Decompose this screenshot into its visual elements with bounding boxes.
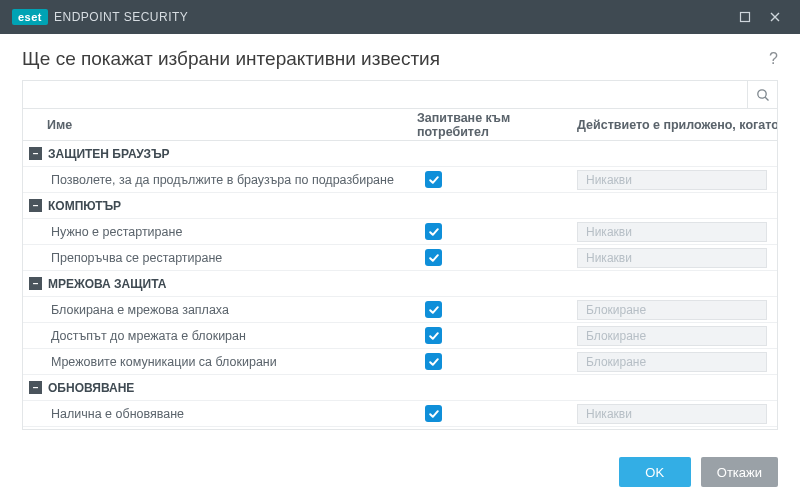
item-action-cell: Блокиране [577,300,777,320]
group-label: МРЕЖОВА ЗАЩИТА [48,277,166,291]
column-header-action[interactable]: Действието е приложено, когато н [577,118,777,132]
brand: eset ENDPOINT SECURITY [12,9,188,25]
item-row: Мрежовите комуникации са блокираниБлокир… [23,349,777,375]
column-header-name[interactable]: Име [23,118,417,132]
action-select[interactable]: Никакви [577,222,767,242]
item-row: Позволете, за да продължите в браузъра п… [23,167,777,193]
collapse-icon[interactable]: – [29,199,42,212]
group-row[interactable]: –МРЕЖОВА ЗАЩИТА [23,271,777,297]
ask-user-checkbox[interactable] [425,405,442,422]
svg-point-1 [757,89,765,97]
item-action-cell: Никакви [577,170,777,190]
item-ask-cell [417,405,577,422]
action-select[interactable]: Никакви [577,404,767,424]
item-name: Налична е обновяване [23,407,417,421]
item-ask-cell [417,171,577,188]
item-name: Блокирана е мрежова заплаха [23,303,417,317]
page-title: Ще се покажат избрани интерактивни извес… [22,48,440,70]
item-action-cell: Блокиране [577,352,777,372]
action-select[interactable]: Никакви [577,170,767,190]
footer: OK Откажи [0,444,800,500]
ask-user-checkbox[interactable] [425,327,442,344]
action-select[interactable]: Никакви [577,248,767,268]
search-row [23,81,777,109]
action-select[interactable]: Блокиране [577,326,767,346]
collapse-icon[interactable]: – [29,277,42,290]
ask-user-checkbox[interactable] [425,353,442,370]
brand-badge: eset [12,9,48,25]
ask-user-checkbox[interactable] [425,171,442,188]
collapse-icon[interactable]: – [29,381,42,394]
item-row: Достъпът до мрежата е блокиранБлокиране [23,323,777,349]
titlebar: eset ENDPOINT SECURITY [0,0,800,34]
item-row: Нужно е рестартиранеНикакви [23,219,777,245]
item-action-cell: Блокиране [577,326,777,346]
item-name: Достъпът до мрежата е блокиран [23,329,417,343]
item-ask-cell [417,301,577,318]
window-minimize-button[interactable] [730,5,760,29]
search-input[interactable] [23,81,747,108]
ok-button[interactable]: OK [619,457,691,487]
group-label: ЗАЩИТЕН БРАУЗЪР [48,147,170,161]
item-ask-cell [417,249,577,266]
item-row: Налична е обновяванеНикакви [23,401,777,427]
settings-panel: Име Запитване към потребител Действието … [22,80,778,430]
grid-body[interactable]: –ЗАЩИТЕН БРАУЗЪРПозволете, за да продълж… [23,141,777,429]
item-ask-cell [417,353,577,370]
item-ask-cell [417,223,577,240]
cancel-button[interactable]: Откажи [701,457,778,487]
ask-user-checkbox[interactable] [425,223,442,240]
item-action-cell: Никакви [577,222,777,242]
column-header-ask[interactable]: Запитване към потребител [417,111,577,139]
svg-rect-0 [741,13,750,22]
group-label: КОМПЮТЪР [48,199,121,213]
item-name: Нужно е рестартиране [23,225,417,239]
item-name: Препоръчва се рестартиране [23,251,417,265]
grid-header: Име Запитване към потребител Действието … [23,109,777,141]
item-row: Блокирана е мрежова заплахаБлокиране [23,297,777,323]
window-close-button[interactable] [760,5,790,29]
item-row: Препоръчва се рестартиранеНикакви [23,245,777,271]
brand-product: ENDPOINT SECURITY [54,10,188,24]
item-name: Позволете, за да продължите в браузъра п… [23,173,417,187]
group-row[interactable]: –ОБНОВЯВАНЕ [23,375,777,401]
collapse-icon[interactable]: – [29,147,42,160]
group-label: ОБНОВЯВАНЕ [48,381,134,395]
ask-user-checkbox[interactable] [425,249,442,266]
group-row[interactable]: –КОМПЮТЪР [23,193,777,219]
item-name: Мрежовите комуникации са блокирани [23,355,417,369]
search-button[interactable] [747,81,777,108]
ask-user-checkbox[interactable] [425,301,442,318]
action-select[interactable]: Блокиране [577,300,767,320]
action-select[interactable]: Блокиране [577,352,767,372]
item-action-cell: Никакви [577,248,777,268]
item-ask-cell [417,327,577,344]
page-header: Ще се покажат избрани интерактивни извес… [0,34,800,80]
group-row[interactable]: –ЗАЩИТЕН БРАУЗЪР [23,141,777,167]
item-action-cell: Никакви [577,404,777,424]
help-icon[interactable]: ? [769,50,778,68]
